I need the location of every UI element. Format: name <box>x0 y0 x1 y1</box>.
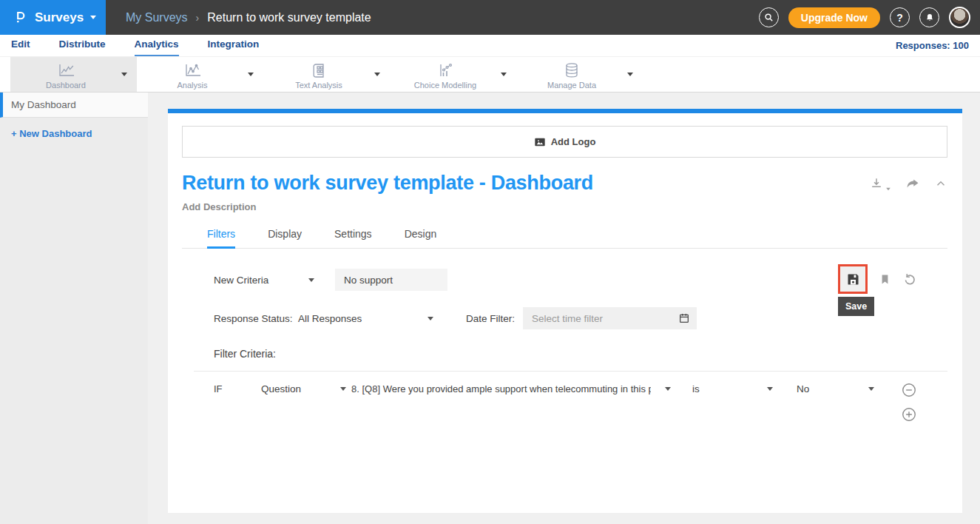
bookmark-filter-button[interactable] <box>879 272 891 286</box>
workspace: My Dashboard + New Dashboard Add Logo Re… <box>0 93 980 524</box>
save-tooltip: Save <box>838 297 874 316</box>
chevron-down-icon <box>767 387 773 391</box>
title-actions <box>869 172 947 191</box>
chevron-up-icon <box>934 177 947 190</box>
rule-question-value: 8. [Q8] Were you provided ample support … <box>351 383 651 394</box>
tab-integration[interactable]: Integration <box>208 38 260 56</box>
tab-analytics[interactable]: Analytics <box>135 38 179 56</box>
toolbar-item-label: Choice Modelling <box>414 81 476 90</box>
page-title: Return to work survey template - Dashboa… <box>182 172 593 195</box>
document-grid-icon <box>311 63 327 78</box>
chevron-down-icon <box>428 317 433 320</box>
upgrade-now-button[interactable]: Upgrade Now <box>788 7 880 28</box>
toolbar-item-label: Analysis <box>178 81 208 90</box>
add-rule-button[interactable] <box>901 406 917 423</box>
rule-value: No <box>797 383 809 394</box>
breadcrumb-separator: › <box>196 12 200 24</box>
rule-type-select[interactable]: Question <box>261 383 346 394</box>
survey-nav: Edit Distribute Analytics Integration Re… <box>0 35 980 56</box>
new-dashboard-button[interactable]: + New Dashboard <box>11 128 148 139</box>
share-icon <box>905 176 920 191</box>
chevron-down-icon[interactable] <box>248 73 254 76</box>
add-logo-button[interactable]: Add Logo <box>182 126 947 158</box>
date-filter-label: Date Filter: <box>466 313 523 324</box>
response-status-select[interactable]: All Responses <box>298 313 433 324</box>
notifications-button[interactable] <box>919 7 939 27</box>
chevron-down-icon[interactable] <box>627 73 633 76</box>
tab-distribute[interactable]: Distribute <box>59 38 106 56</box>
add-logo-label: Add Logo <box>551 136 596 147</box>
chevron-down-icon <box>90 16 96 19</box>
breadcrumb: My Surveys › Return to work survey templ… <box>126 11 371 24</box>
save-icon <box>845 272 861 287</box>
if-label: IF <box>214 383 261 394</box>
breadcrumb-current: Return to work survey template <box>207 11 371 24</box>
toolbar-item-text-analysis[interactable]: Text Analysis <box>263 57 390 92</box>
responses-count: Responses: 100 <box>896 40 969 56</box>
app-header: Surveys My Surveys › Return to work surv… <box>0 0 980 35</box>
minus-circle-icon <box>901 382 917 398</box>
toolbar-item-dashboard[interactable]: Dashboard <box>10 57 137 92</box>
response-status-label: Response Status: <box>214 313 298 324</box>
toolbar-item-choice-modelling[interactable]: Choice Modelling <box>390 57 516 92</box>
tab-design[interactable]: Design <box>405 228 437 249</box>
product-switcher[interactable]: Surveys <box>0 0 106 35</box>
rule-question-select[interactable]: 8. [Q8] Were you provided ample support … <box>351 383 671 394</box>
toolbar-item-label: Manage Data <box>547 81 596 90</box>
chevron-down-icon <box>886 188 891 191</box>
help-button[interactable]: ? <box>890 7 910 27</box>
criteria-row: New Criteria Save <box>214 269 947 291</box>
image-icon <box>534 137 546 147</box>
questionpro-logo-icon <box>13 10 28 25</box>
criteria-select-value: New Criteria <box>214 275 268 286</box>
download-button[interactable] <box>869 176 891 191</box>
response-status-value: All Responses <box>298 313 362 324</box>
chevron-down-icon[interactable] <box>121 73 127 76</box>
user-avatar[interactable] <box>949 7 970 28</box>
rule-actions <box>901 382 917 423</box>
breadcrumb-my-surveys[interactable]: My Surveys <box>126 11 188 24</box>
date-filter-input[interactable] <box>532 313 678 324</box>
tab-settings[interactable]: Settings <box>334 228 372 249</box>
criteria-select[interactable]: New Criteria <box>214 275 314 286</box>
save-filter-button[interactable]: Save <box>838 264 868 294</box>
filters-pane: New Criteria Save <box>182 269 947 394</box>
calendar-icon <box>678 312 690 324</box>
product-name: Surveys <box>35 10 84 25</box>
toolbar-item-analysis[interactable]: Analysis <box>137 57 263 92</box>
trend-chart-icon <box>183 63 203 78</box>
add-description-button[interactable]: Add Description <box>182 201 947 212</box>
download-icon <box>869 176 884 191</box>
chevron-down-icon[interactable] <box>501 73 507 76</box>
sidebar-item-my-dashboard[interactable]: My Dashboard <box>0 93 148 118</box>
remove-rule-button[interactable] <box>901 382 917 398</box>
chevron-down-icon[interactable] <box>374 73 380 76</box>
collapse-button[interactable] <box>934 177 947 190</box>
filter-rule-row: IF Question 8. [Q8] Were you provided am… <box>214 383 947 394</box>
chevron-down-icon <box>665 387 671 391</box>
search-button[interactable] <box>759 7 779 27</box>
toolbar-item-label: Dashboard <box>46 81 86 90</box>
filter-actions: Save <box>838 264 917 294</box>
rule-operator-select[interactable]: is <box>692 383 773 394</box>
sidebar-item-label: My Dashboard <box>11 99 76 110</box>
database-icon <box>563 62 581 78</box>
header-actions: Upgrade Now ? <box>759 7 980 28</box>
bookmark-icon <box>879 272 891 286</box>
divider <box>194 371 947 372</box>
rule-operator-value: is <box>692 383 700 394</box>
dashboard-main: Add Logo Return to work survey template … <box>148 93 980 524</box>
rule-value-select[interactable]: No <box>797 383 874 394</box>
toolbar-item-manage-data[interactable]: Manage Data <box>516 57 643 92</box>
line-chart-icon <box>56 63 76 78</box>
share-button[interactable] <box>905 176 920 191</box>
tab-filters[interactable]: Filters <box>207 228 235 249</box>
tab-display[interactable]: Display <box>268 228 302 249</box>
tab-edit[interactable]: Edit <box>11 38 30 56</box>
scatter-chart-icon <box>436 63 454 78</box>
reset-filter-button[interactable] <box>902 272 917 286</box>
bell-icon <box>925 13 935 23</box>
criteria-name-input[interactable] <box>335 269 447 291</box>
date-filter-field[interactable] <box>523 307 697 329</box>
plus-circle-icon <box>901 406 917 423</box>
